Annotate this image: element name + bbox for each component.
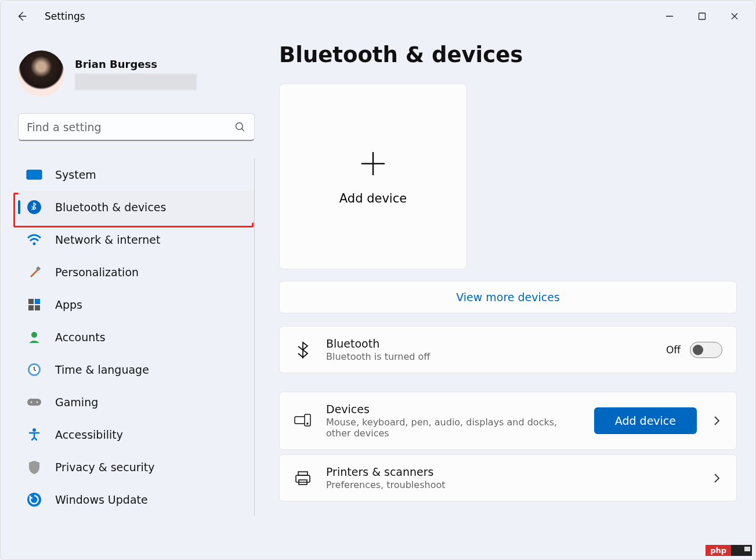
add-device-card[interactable]: Add device bbox=[279, 84, 467, 269]
sidebar-item-network[interactable]: Network & internet bbox=[18, 223, 254, 256]
view-more-label: View more devices bbox=[456, 291, 560, 304]
sidebar-item-label: Privacy & security bbox=[55, 461, 155, 474]
devices-title: Devices bbox=[326, 403, 580, 416]
svg-rect-11 bbox=[28, 305, 34, 310]
bluetooth-subtitle: Bluetooth is turned off bbox=[326, 351, 570, 362]
devices-icon bbox=[294, 413, 312, 428]
maximize-icon bbox=[698, 12, 706, 20]
page-title: Bluetooth & devices bbox=[279, 42, 737, 67]
profile-name: Brian Burgess bbox=[75, 58, 197, 70]
add-device-label: Add device bbox=[339, 192, 407, 205]
person-icon bbox=[26, 329, 42, 345]
update-icon bbox=[26, 492, 42, 508]
close-icon bbox=[730, 12, 739, 20]
system-icon bbox=[26, 167, 42, 183]
titlebar: Settings bbox=[1, 1, 755, 32]
sidebar-item-time-language[interactable]: Time & language bbox=[18, 353, 254, 386]
watermark-logo bbox=[731, 545, 752, 556]
sidebar-item-accounts[interactable]: Accounts bbox=[18, 321, 254, 353]
sidebar-item-label: System bbox=[55, 168, 96, 181]
main-content: Bluetooth & devices Add device View more… bbox=[256, 32, 755, 559]
sidebar-item-label: Gaming bbox=[55, 396, 98, 409]
close-button[interactable] bbox=[718, 3, 751, 29]
plus-icon bbox=[357, 147, 389, 180]
sidebar-item-gaming[interactable]: Gaming bbox=[18, 386, 254, 418]
sidebar-item-label: Network & internet bbox=[55, 233, 160, 246]
sidebar-item-apps[interactable]: Apps bbox=[18, 288, 254, 321]
minimize-icon bbox=[665, 12, 674, 20]
gamepad-icon bbox=[26, 394, 42, 410]
sidebar-item-label: Windows Update bbox=[55, 493, 148, 506]
back-button[interactable] bbox=[12, 7, 31, 26]
bluetooth-title: Bluetooth bbox=[326, 337, 652, 350]
search-icon bbox=[234, 121, 246, 133]
svg-rect-12 bbox=[35, 305, 40, 310]
sidebar-item-bluetooth-devices[interactable]: Bluetooth & devices bbox=[18, 191, 254, 223]
svg-rect-16 bbox=[27, 399, 41, 406]
add-device-button[interactable]: Add device bbox=[594, 407, 697, 434]
bluetooth-setting-card: Bluetooth Bluetooth is turned off Off bbox=[279, 326, 737, 373]
sidebar-item-label: Accounts bbox=[55, 331, 106, 344]
view-more-devices-link[interactable]: View more devices bbox=[279, 281, 737, 313]
nav-list: System Bluetooth & devices Network & int… bbox=[18, 158, 255, 516]
svg-rect-24 bbox=[298, 472, 308, 475]
printers-expand[interactable] bbox=[711, 473, 722, 483]
bluetooth-toggle[interactable] bbox=[690, 342, 722, 358]
svg-rect-1 bbox=[699, 13, 706, 20]
svg-point-7 bbox=[33, 243, 36, 245]
watermark: php bbox=[706, 545, 752, 556]
profile-block[interactable]: Brian Burgess bbox=[18, 50, 247, 97]
svg-point-6 bbox=[27, 200, 41, 214]
chevron-right-icon bbox=[713, 473, 720, 483]
printers-setting-card[interactable]: Printers & scanners Preferences, trouble… bbox=[279, 454, 737, 501]
watermark-text: php bbox=[706, 545, 731, 556]
devices-subtitle: Mouse, keyboard, pen, audio, displays an… bbox=[326, 417, 570, 439]
window-controls bbox=[653, 3, 751, 29]
svg-point-13 bbox=[31, 332, 37, 338]
wifi-icon bbox=[26, 232, 42, 248]
clock-icon bbox=[26, 362, 42, 378]
shield-icon bbox=[26, 459, 42, 475]
brush-icon bbox=[26, 264, 42, 280]
svg-point-23 bbox=[307, 423, 308, 424]
svg-rect-9 bbox=[28, 299, 34, 304]
printer-icon bbox=[294, 471, 312, 486]
svg-point-17 bbox=[31, 402, 32, 403]
svg-line-3 bbox=[242, 128, 244, 131]
svg-rect-10 bbox=[35, 299, 40, 304]
sidebar-item-label: Apps bbox=[55, 298, 82, 311]
accessibility-icon bbox=[26, 427, 42, 443]
profile-email-redacted bbox=[75, 74, 197, 90]
sidebar-item-label: Time & language bbox=[55, 363, 149, 376]
svg-point-19 bbox=[32, 428, 36, 432]
minimize-button[interactable] bbox=[653, 3, 686, 29]
bluetooth-toggle-label: Off bbox=[666, 344, 681, 356]
sidebar-item-privacy-security[interactable]: Privacy & security bbox=[18, 451, 254, 483]
bluetooth-icon bbox=[294, 341, 312, 359]
sidebar-item-label: Accessibility bbox=[55, 428, 123, 441]
apps-icon bbox=[26, 297, 42, 313]
svg-point-2 bbox=[236, 122, 243, 129]
bluetooth-icon bbox=[26, 199, 42, 215]
arrow-left-icon bbox=[15, 10, 28, 23]
chevron-right-icon bbox=[713, 416, 720, 426]
sidebar-item-system[interactable]: System bbox=[18, 158, 254, 191]
printers-title: Printers & scanners bbox=[326, 465, 697, 478]
svg-rect-4 bbox=[27, 170, 42, 179]
devices-setting-card[interactable]: Devices Mouse, keyboard, pen, audio, dis… bbox=[279, 392, 737, 450]
svg-point-18 bbox=[37, 402, 38, 403]
sidebar-item-windows-update[interactable]: Windows Update bbox=[18, 483, 254, 516]
sidebar-item-accessibility[interactable]: Accessibility bbox=[18, 418, 254, 451]
search-box[interactable] bbox=[18, 113, 255, 141]
avatar bbox=[18, 50, 64, 97]
sidebar-item-personalization[interactable]: Personalization bbox=[18, 256, 254, 288]
svg-rect-25 bbox=[296, 475, 310, 482]
maximize-button[interactable] bbox=[686, 3, 718, 29]
printers-subtitle: Preferences, troubleshoot bbox=[326, 479, 570, 490]
app-title: Settings bbox=[45, 10, 85, 22]
devices-expand[interactable] bbox=[711, 416, 722, 426]
sidebar-item-label: Bluetooth & devices bbox=[55, 201, 166, 214]
sidebar: Brian Burgess System Bluetooth & devices bbox=[1, 32, 256, 559]
sidebar-item-label: Personalization bbox=[55, 266, 139, 279]
search-input[interactable] bbox=[27, 121, 234, 133]
